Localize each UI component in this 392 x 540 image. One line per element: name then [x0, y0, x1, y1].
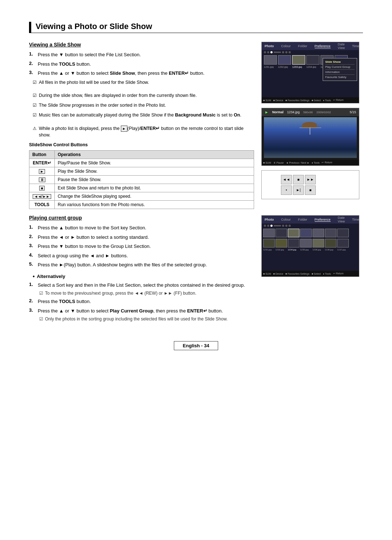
footer-badge: English - 34 [174, 341, 219, 350]
main-image-area [264, 117, 357, 158]
play-icon: ► [265, 110, 269, 114]
caution-text-1: While a photo list is displayed, press t… [39, 125, 254, 139]
tv3-thumb [275, 229, 287, 237]
slideshow-ctrl-section: SlideShow Control Buttons Button Operati… [29, 142, 254, 209]
ctrl-stop: ■ [293, 175, 304, 184]
step-num-3: 3. [29, 70, 36, 75]
thumb [264, 55, 277, 65]
step-text-3: Press the ▲ or ▼ button to select Slide … [38, 70, 254, 77]
ctrl-empty-4 [329, 185, 340, 195]
pg-step-text-3: Press the ▼ button to move to the Group … [38, 243, 254, 250]
bottom-btn-tools: ♦ Tools [323, 99, 331, 102]
tv3-btn-tools: ♦ Tools [323, 273, 331, 275]
bottom-btn-select: ■ Select [311, 99, 321, 102]
screenshot-2: ► Normal 1234.jpg 580x96 2009/02/02 5/15 [261, 108, 359, 166]
note-2: ☑ During the slide show, files are displ… [29, 92, 254, 99]
tv3-thumb [263, 229, 275, 237]
pg-step-text-1: Press the ▲ button to move to the Sort k… [38, 224, 254, 232]
table-row: ENTER↵ Play/Pause the Slide Show. [29, 159, 254, 167]
alt-note-text-1: To move to the previous/next group, pres… [45, 291, 196, 296]
btn-tools: TOOLS [29, 201, 55, 209]
tv3-tab-folder: Folder [298, 218, 307, 221]
page-label: 5/15 [350, 110, 356, 114]
note-icon-2: ☑ [33, 93, 37, 98]
menu-item-slideshow: Slide Show [325, 60, 355, 65]
tv3-btn-fav: ■ Favourites Settings [285, 273, 309, 275]
op-enter: Play/Pause the Slide Show. [55, 159, 254, 167]
pg-step-1: 1. Press the ▲ button to move to the Sor… [29, 224, 254, 232]
btn-sum2: ■ SUM [263, 161, 271, 164]
tv-tab-dateview: Date View [338, 42, 345, 50]
op-stop: Exit Slide Show and return to the photo … [55, 184, 254, 192]
alternatively-heading: • Alternatively [29, 274, 254, 279]
alt-note-icon-2: ☑ [39, 316, 43, 322]
main-layout: Viewing a Slide Show 1. Press the ▼ butt… [29, 42, 363, 324]
dot [264, 51, 266, 53]
alt-step-num-2: 2. [29, 298, 36, 303]
playing-group-heading: Playing current group [29, 215, 254, 221]
alt-step-1: 1. Select a Sort key and then in the Fil… [29, 282, 254, 289]
dot-bar [274, 52, 281, 53]
screenshot-3: Photo Colour Folder Preference Date View… [261, 215, 359, 277]
dot [285, 225, 287, 227]
note-3: ☑ The Slide Show progresses in the order… [29, 102, 254, 109]
tv2-topbar: ► Normal 1234.jpg 580x96 2009/02/02 5/15 [262, 108, 359, 116]
dot [267, 225, 269, 227]
tv3-tab-date: Date View [338, 216, 345, 223]
tv3-btn-device: ■ Device [273, 273, 283, 275]
alternatively-label: Alternatively [37, 274, 65, 279]
page-title: Viewing a Photo or Slide Show [29, 22, 363, 33]
tv-logo: Photo [265, 44, 274, 48]
col-button: Button [29, 151, 55, 159]
umbrella [302, 122, 317, 127]
dot-active [270, 225, 273, 227]
thumb [278, 55, 291, 65]
btn-tools2: ♦ Tools [312, 161, 320, 164]
col-operations: Operations [55, 151, 254, 159]
screenshot-1: Photo Colour Folder Preference Date View… [261, 42, 359, 103]
tv3-thumb [263, 239, 275, 248]
image-content [299, 120, 321, 138]
pg-step-4: 4. Select a group using the ◄ and ► butt… [29, 252, 254, 259]
ctrl-table: Button Operations ENTER↵ Play/Pause the … [29, 150, 254, 209]
pg-step-3: 3. Press the ▼ button to move to the Gro… [29, 243, 254, 250]
tv3-topbar: Photo Colour Folder Preference Date View… [262, 216, 359, 224]
pg-step-num-5: 5. [29, 261, 36, 267]
ctrl-heading: SlideShow Control Buttons [29, 142, 254, 147]
step-text-2: Press the TOOLS button. [38, 61, 254, 68]
dot [289, 51, 291, 53]
table-row: ◄◄/►► Change the SlideShow playing speed… [29, 192, 254, 201]
note-text-3: The Slide Show progresses in the order s… [39, 102, 166, 109]
bottom-btn-device: ■ Device [273, 99, 283, 102]
menu-item-favourite: Favourite Safety [325, 75, 355, 79]
btn-stop: ■ [29, 184, 55, 192]
tv3-filelabels: 1231.jpg 1232.jpg 1234.jpg 1235.jpg 1236… [262, 248, 359, 251]
tv3-thumbs [262, 228, 359, 238]
dot [264, 225, 266, 227]
alt-step-text-1: Select a Sort key and then in the File L… [38, 282, 254, 289]
alt-note-text-2: Only the photos in the sorting group inc… [45, 316, 228, 322]
btn-prevnext: ◄ Previous / Next ► [286, 161, 310, 164]
left-column: Viewing a Slide Show 1. Press the ▼ butt… [29, 42, 254, 324]
op-pause: Pause the Slide Show. [55, 176, 254, 184]
step-3: 3. Press the ▲ or ▼ button to select Sli… [29, 70, 254, 77]
step-2: 2. Press the TOOLS button. [29, 61, 254, 68]
ctrl-rw: ◄◄ [281, 175, 292, 184]
tv-tab-folder: Folder [298, 44, 307, 48]
tv-tab-preference: Preference [315, 44, 331, 48]
tv3-thumb [313, 229, 324, 237]
pg-step-text-2: Press the ◄ or ► button to select a sort… [38, 234, 254, 241]
btn-return2: ↩ Return [322, 161, 332, 164]
table-row: ■ Exit Slide Show and return to the phot… [29, 184, 254, 192]
tv3-thumb [288, 239, 299, 248]
alt-step-num-1: 1. [29, 282, 36, 287]
tv-topbar-1: Photo Colour Folder Preference Date View… [262, 42, 359, 50]
alt-note-icon-1: ☑ [39, 291, 43, 296]
ctrl-playpause: ►| [293, 185, 304, 195]
tv3-thumb [300, 239, 312, 248]
tv3-btn-sum: ■ SUM [263, 273, 271, 275]
tv3-logo: Photo [265, 218, 274, 221]
caution-1: ⚠ While a photo list is displayed, press… [29, 125, 254, 139]
btn-pause: ⏸ [29, 176, 55, 184]
dot [289, 225, 291, 227]
